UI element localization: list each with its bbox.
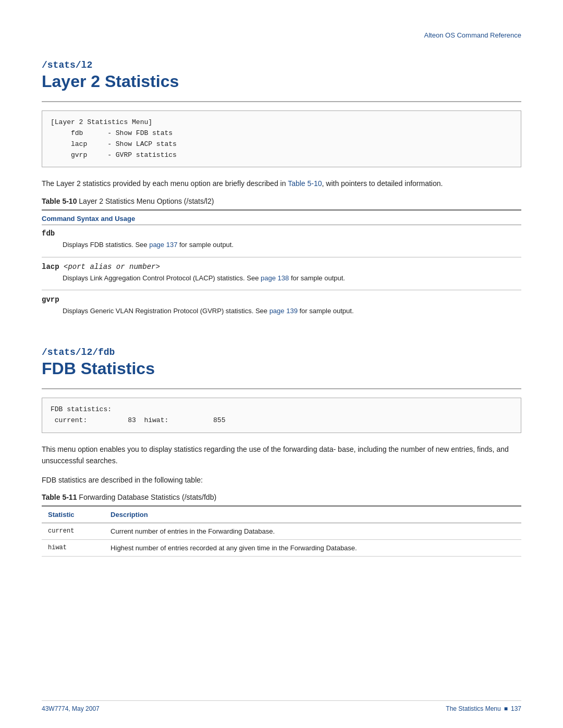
code-block-fdb: FDB statistics: current: 83 hiwat: 855 [42,398,521,433]
table-5-10-caption: Table 5-10 Layer 2 Statistics Menu Optio… [42,197,521,205]
page-138-link[interactable]: page 138 [261,274,289,282]
header-brand: Alteon OS Command Reference [42,31,521,39]
section-body-fdb-1: This menu option enables you to display … [42,443,521,467]
page-137-link-1[interactable]: page 137 [149,241,177,249]
statistic-current: current [42,523,104,540]
page: Alteon OS Command Reference /stats/l2 La… [0,0,563,728]
section-divider-fdb [42,388,521,389]
section-path-fdb: /stats/l2/fdb [42,347,521,357]
section-stats-fdb: /stats/l2/fdb FDB Statistics FDB statist… [42,347,521,557]
description-hiwat: Highest number of entries recorded at an… [104,540,521,557]
footer-right: The Statistics Menu ■ 137 [446,705,521,712]
section-title-fdb: FDB Statistics [42,360,521,378]
table-5-11: Statistic Description current Current nu… [42,505,521,557]
section-divider-l2 [42,101,521,102]
cmd-gvrp-name: gvrp [42,295,521,304]
footer-right-text: The Statistics Menu [446,705,500,712]
footer-left: 43W7774, May 2007 [42,705,100,712]
section-stats-l2: /stats/l2 Layer 2 Statistics [Layer 2 St… [42,60,521,317]
cmd-lacp-name: lacp <port alias or number> [42,263,521,271]
table-5-10-link[interactable]: Table 5-10 [288,179,322,188]
cmd-fdb-section: fdb Displays FDB statistics. See page 13… [42,229,521,251]
command-syntax-header: Command Syntax and Usage [42,209,521,225]
table-header-row: Statistic Description [42,506,521,523]
section-body-l2: The Layer 2 statistics provided by each … [42,178,521,189]
cmd-lacp-desc: Displays Link Aggregation Control Protoc… [42,273,521,284]
section-path-l2: /stats/l2 [42,60,521,70]
page-139-link[interactable]: page 139 [270,307,298,315]
table-row: hiwat Highest number of entries recorded… [42,540,521,557]
description-current: Current number of entries in the Forward… [104,523,521,540]
section-body-fdb-2: FDB statistics are described in the foll… [42,474,521,486]
footer-page-number: 137 [511,705,521,712]
cmd-lacp-section: lacp <port alias or number> Displays Lin… [42,263,521,284]
cmd-fdb-name: fdb [42,229,521,238]
divider-fdb [42,257,521,257]
cmd-gvrp-desc: Displays Generic VLAN Registration Proto… [42,306,521,317]
table-row: current Current number of entries in the… [42,523,521,540]
statistic-hiwat: hiwat [42,540,104,557]
section-title-l2: Layer 2 Statistics [42,72,521,91]
col-description-header: Description [104,506,521,523]
code-block-l2: [Layer 2 Statistics Menu] fdb - Show FDB… [42,110,521,167]
cmd-fdb-desc: Displays FDB statistics. See page 137 fo… [42,240,521,251]
divider-lacp [42,290,521,290]
table-5-10-container: Command Syntax and Usage fdb Displays FD… [42,209,521,317]
page-footer: 43W7774, May 2007 The Statistics Menu ■ … [42,700,521,712]
footer-bullet: ■ [504,705,508,712]
table-5-11-caption: Table 5-11 Forwarding Database Statistic… [42,493,521,501]
cmd-gvrp-section: gvrp Displays Generic VLAN Registration … [42,295,521,317]
col-statistic-header: Statistic [42,506,104,523]
